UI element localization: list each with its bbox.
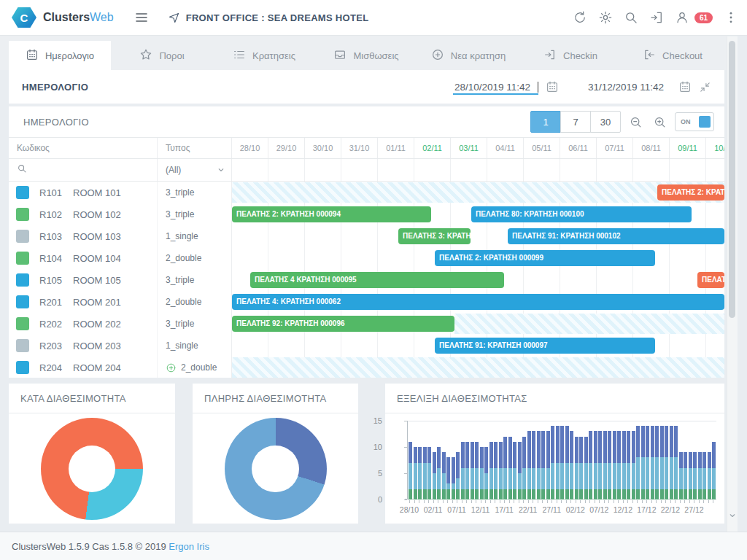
date-from-calendar-icon[interactable] [546, 80, 559, 93]
booking-bar[interactable]: ΠΕΛΑΤΗΣ 91: ΚΡΑΤΗΣΗ 000102 [508, 228, 724, 244]
bar-segment [603, 431, 607, 462]
bar-segment [427, 447, 431, 463]
date-column-header[interactable]: 31/10 [341, 138, 378, 158]
search-icon[interactable] [624, 10, 638, 25]
code-filter-cell[interactable] [9, 159, 158, 181]
date-column-header[interactable]: 07/11 [597, 138, 633, 158]
bar-segment [546, 431, 550, 467]
brand-logo[interactable]: C [12, 7, 36, 28]
bar-segment [461, 468, 465, 489]
tab-label: Ποροι [159, 50, 184, 61]
x-axis-tick [627, 500, 628, 503]
notification-badge[interactable]: 61 [694, 12, 713, 23]
stacked-bar [632, 431, 635, 499]
availability-donut-chart [41, 418, 143, 520]
stacked-bar [442, 452, 446, 499]
column-header-code[interactable]: Κωδικος [9, 138, 158, 158]
date-to-calendar-icon[interactable] [678, 80, 692, 93]
kebab-menu-icon[interactable] [724, 10, 738, 25]
footer-vendor-link[interactable]: Ergon Iris [169, 541, 209, 552]
date-column-header[interactable]: 28/10 [232, 138, 268, 158]
zoom-level-7-button[interactable]: 7 [560, 111, 591, 133]
booking-bar[interactable]: ΠΕΛΑΤΗΣ 91: ΚΡΑΤΗΣΗ 000097 [435, 338, 655, 354]
tab-checkout[interactable]: Checkout [622, 41, 724, 70]
bar-segment [594, 431, 597, 462]
tab-checkin[interactable]: Checkin [519, 41, 622, 70]
bar-segment [551, 463, 554, 489]
page-title-group: FRONT OFFICE : SEA DREAMS HOTEL [168, 12, 369, 24]
booking-bar[interactable]: ΠΕΛΑΤΗΣ 2: ΚΡΑΤΗΣΗ 000094 [232, 206, 431, 222]
tab-ποροι[interactable]: Ποροι [111, 41, 213, 70]
tab-ημερολογιο[interactable]: Ημερολογιο [9, 41, 111, 70]
x-axis-tick [675, 500, 676, 503]
x-axis-tick [509, 500, 510, 503]
zoom-level-1-button[interactable]: 1 [530, 111, 561, 133]
date-column-header[interactable]: 05/11 [524, 138, 560, 158]
stacked-bar [427, 447, 431, 499]
type-filter-dropdown[interactable]: (All) [166, 165, 231, 175]
y-axis-label: 5 [366, 469, 382, 478]
date-column-header[interactable]: 09/11 [670, 138, 706, 158]
bar-segment [598, 431, 602, 462]
booking-bar[interactable]: ΠΕΛΑΤΗΣ 4: ΚΡΑΤΗΣΗ 000062 [232, 294, 724, 310]
filter-timeline-cell [232, 159, 724, 181]
bar-segment [655, 489, 659, 499]
x-axis-tick [452, 500, 453, 503]
booking-bar[interactable]: ΠΕΛΑΤΗΣ 92: ΚΡΑΤΗΣΗ 000096 [232, 316, 454, 332]
stacked-bar [475, 442, 479, 499]
bar-segment [627, 489, 630, 499]
tab-νεα-κρατηση[interactable]: Νεα κρατηση [417, 41, 519, 70]
bar-segment [480, 489, 484, 499]
scrollbar-thumb[interactable] [729, 41, 735, 318]
booking-bar[interactable]: ΠΕΛΑΤΗΣ 2: ΚΡΑΤΗΣΗ 000099 [435, 250, 655, 266]
booking-bar[interactable]: ΠΕΛΑΤ [697, 272, 724, 288]
date-column-header[interactable]: 08/11 [633, 138, 670, 158]
user-icon[interactable] [675, 10, 689, 25]
on-toggle[interactable]: ON [675, 112, 714, 131]
stacked-bar [570, 431, 573, 499]
vertical-scrollbar[interactable] [727, 36, 738, 532]
bar-segment [471, 442, 474, 468]
x-axis-label: 27/11 [542, 505, 561, 514]
date-to-input[interactable] [587, 81, 671, 93]
tab-κρατησεις[interactable]: Κρατησεις [213, 41, 315, 70]
stacked-bar [461, 442, 465, 499]
column-header-type[interactable]: Τυπος [158, 138, 232, 158]
add-booking-icon[interactable] [166, 362, 177, 373]
scrollbar-down-arrow[interactable] [728, 510, 737, 523]
date-column-header[interactable]: 04/11 [487, 138, 524, 158]
x-axis-tick [500, 500, 500, 503]
refresh-icon[interactable] [573, 10, 587, 25]
collapse-icon[interactable] [699, 81, 711, 93]
date-column-header[interactable]: 02/11 [414, 138, 451, 158]
bar-segment [589, 431, 592, 462]
date-column-header[interactable]: 30/10 [305, 138, 341, 158]
x-axis-tick [699, 500, 700, 503]
bar-segment [503, 437, 507, 468]
date-column-header[interactable]: 29/10 [268, 138, 305, 158]
date-column-header[interactable]: 10/11 [706, 138, 724, 158]
bar-segment [527, 468, 531, 489]
logout-icon[interactable] [649, 10, 664, 25]
booking-bar[interactable]: ΠΕΛΑΤΗΣ 2: ΚΡΑΤΗΣ [657, 184, 724, 201]
hamburger-menu-icon[interactable] [134, 10, 149, 25]
bar-segment [712, 442, 716, 468]
tab-μισθωσεις[interactable]: Μισθωσεις [315, 41, 417, 70]
bar-segment [689, 468, 692, 489]
zoom-level-30-button[interactable]: 30 [590, 111, 621, 133]
booking-bar[interactable]: ΠΕΛΑΤΗΣ 3: ΚΡΑΤΗΣΗ [398, 228, 471, 244]
bar-segment [679, 452, 683, 468]
booking-bar[interactable]: ΠΕΛΑΤΗΣ 80: ΚΡΑΤΗΣΗ 000100 [471, 206, 692, 222]
gear-icon[interactable] [598, 10, 613, 25]
date-column-header[interactable]: 03/11 [451, 138, 487, 158]
date-from-input[interactable] [453, 81, 538, 93]
x-axis-tick [570, 500, 571, 503]
x-axis-tick [409, 500, 410, 503]
date-column-header[interactable]: 06/11 [560, 138, 597, 158]
zoom-out-icon[interactable] [627, 115, 645, 129]
date-column-header[interactable]: 01/11 [378, 138, 414, 158]
zoom-in-icon[interactable] [651, 115, 669, 129]
bar-segment [693, 468, 697, 489]
booking-bar[interactable]: ΠΕΛΑΤΗΣ 4 ΚΡΑΤΗΣΗ 000095 [250, 272, 504, 288]
stacked-bar [456, 452, 460, 499]
